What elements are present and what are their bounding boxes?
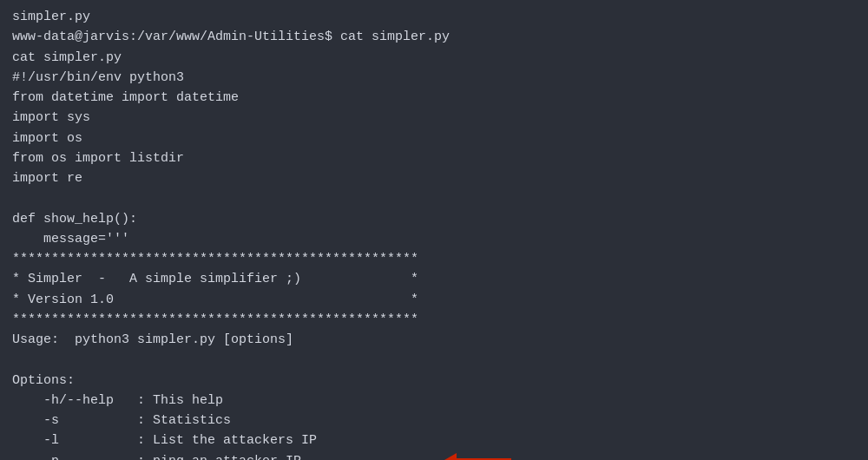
terminal-line: from datetime import datetime [12, 88, 856, 108]
terminal-line: ****************************************… [12, 310, 856, 330]
terminal-line: ****************************************… [12, 249, 856, 269]
empty-line [12, 188, 856, 208]
red-arrow-icon [437, 448, 516, 461]
terminal-line: def show_help(): [12, 209, 856, 229]
terminal-line: import sys [12, 108, 856, 128]
terminal-line: cat simpler.py [12, 48, 856, 68]
svg-marker-1 [444, 453, 457, 461]
terminal-line: from os import listdir [12, 148, 856, 168]
terminal-line: import re [12, 168, 856, 188]
terminal-line: * Version 1.0 * [12, 290, 856, 310]
terminal-line: -h/--help : This help [12, 391, 856, 411]
empty-line [12, 350, 856, 370]
terminal-line: Usage: python3 simpler.py [options] [12, 330, 856, 350]
terminal-line: -l : List the attackers IP [12, 430, 856, 450]
ping-line: -p : ping an attacker IP [12, 454, 301, 461]
terminal-line: import os [12, 128, 856, 148]
terminal-line: * Simpler - A simple simplifier ;) * [12, 269, 856, 289]
terminal-window: simpler.pywww-data@jarvis:/var/www/Admin… [0, 0, 868, 460]
terminal-line: message=''' [12, 229, 856, 249]
terminal-line: -s : Statistics [12, 411, 856, 430]
terminal-line: #!/usr/bin/env python3 [12, 68, 856, 88]
terminal-line: simpler.py [12, 7, 856, 27]
terminal-line: www-data@jarvis:/var/www/Admin-Utilities… [12, 27, 856, 47]
terminal-line: Options: [12, 371, 856, 391]
